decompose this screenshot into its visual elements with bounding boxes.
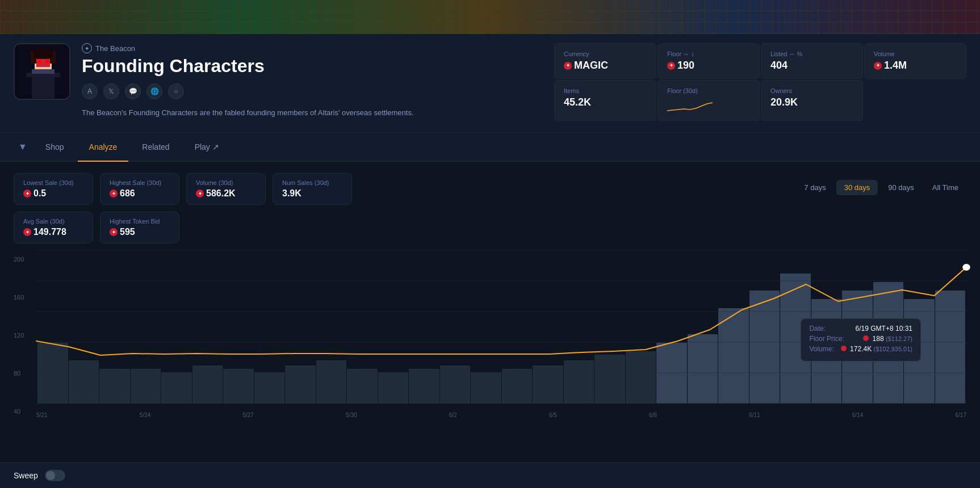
svg-rect-1 <box>32 70 55 98</box>
tooltip-date-row: Date: 6/19 GMT+8 10:31 <box>809 325 912 333</box>
magic-icon-tooltip-floor <box>863 335 869 341</box>
time-30d[interactable]: 30 days <box>836 180 878 195</box>
stat-currency-value: ✦ MAGIC <box>564 60 647 71</box>
time-90d[interactable]: 90 days <box>880 180 922 195</box>
x-label: 6/5 <box>549 412 557 418</box>
floor-30d-chart <box>667 96 750 113</box>
svg-rect-10 <box>32 69 55 74</box>
social-twitter[interactable]: 𝕏 <box>103 83 119 99</box>
tab-analyze[interactable]: Analyze <box>78 133 129 162</box>
time-7d[interactable]: 7 days <box>796 180 834 195</box>
collection-title: Founding Characters <box>82 56 543 77</box>
chart-x-axis: 5/215/245/275/306/26/56/86/116/146/17 <box>36 409 966 420</box>
stat-volume: Volume ✦ 1.4M <box>864 43 966 79</box>
magic-icon-avg: ✦ <box>23 228 31 236</box>
stat-currency: Currency ✦ MAGIC <box>554 43 656 79</box>
stat-volume-label: Volume <box>874 51 957 57</box>
stat-owners: Owners 20.9K <box>761 80 863 121</box>
filter-button[interactable]: ▼ <box>14 135 32 159</box>
svg-rect-4 <box>33 49 53 58</box>
main-content: Lowest Sale (30d) ✦ 0.5 Highest Sale (30… <box>0 162 980 432</box>
collection-brand: ✦ The Beacon <box>82 43 543 53</box>
stat-listed: Listed ↔ % 404 <box>761 43 863 79</box>
magic-icon-bid: ✦ <box>110 228 118 236</box>
tooltip-volume-value: 172.4K ($102,935.01) <box>841 345 912 353</box>
stat-avg-sale: Avg Sale (30d) ✦ 149.778 <box>14 212 93 243</box>
price-chart: 200 160 120 80 40 <box>14 250 966 420</box>
stat-listed-label: Listed ↔ % <box>770 51 853 57</box>
magic-icon: ✦ <box>564 62 572 70</box>
x-label: 6/11 <box>749 412 760 418</box>
chart-inner: Date: 6/19 GMT+8 10:31 Floor Price: 188 … <box>36 250 966 403</box>
tooltip-date-value: 6/19 GMT+8 10:31 <box>856 325 912 333</box>
collection-avatar <box>14 43 70 100</box>
x-label: 5/21 <box>36 412 47 418</box>
tab-play[interactable]: Play ↗ <box>183 133 231 162</box>
brand-icon: ✦ <box>82 43 92 53</box>
tooltip-floor-value: 188 ($112.27) <box>863 335 912 343</box>
x-label: 5/30 <box>346 412 357 418</box>
analyze-stats-row1: Lowest Sale (30d) ✦ 0.5 Highest Sale (30… <box>14 173 796 205</box>
num-sales-value: 3.9K <box>282 188 342 199</box>
highest-bid-value: ✦ 595 <box>110 227 170 237</box>
chart-y-axis: 200 160 120 80 40 <box>14 250 36 420</box>
magic-icon-vol30: ✦ <box>196 190 204 197</box>
collection-description: The Beacon's Founding Characters are the… <box>82 107 422 119</box>
social-arweave[interactable]: A <box>82 83 98 99</box>
x-label: 6/2 <box>449 412 457 418</box>
magic-icon-volume: ✦ <box>874 62 882 70</box>
svg-rect-6 <box>37 60 41 63</box>
volume-30d-value: ✦ 586.2K <box>196 188 256 199</box>
social-website[interactable]: 🌐 <box>146 83 162 99</box>
social-other[interactable]: ○ <box>168 83 184 99</box>
tooltip-floor-row: Floor Price: 188 ($112.27) <box>809 335 912 343</box>
avg-sale-value: ✦ 149.778 <box>23 227 83 237</box>
stat-lowest-sale: Lowest Sale (30d) ✦ 0.5 <box>14 173 93 205</box>
stat-floor: Floor ↔ ↕ ✦ 190 <box>657 43 760 79</box>
stat-currency-label: Currency <box>564 51 647 57</box>
stat-floor-value: ✦ 190 <box>667 60 750 71</box>
stat-items-label: Items <box>564 87 647 94</box>
x-label: 6/17 <box>956 412 966 418</box>
stat-floor-label: Floor ↔ ↕ <box>667 51 750 57</box>
stat-owners-label: Owners <box>770 87 853 94</box>
chart-tooltip: Date: 6/19 GMT+8 10:31 Floor Price: 188 … <box>801 318 921 361</box>
stat-volume-value: ✦ 1.4M <box>874 60 957 71</box>
stat-floor-30d: Floor (30d) <box>657 80 760 121</box>
stat-items: Items 45.2K <box>554 80 656 121</box>
magic-icon-lowest: ✦ <box>23 190 31 197</box>
collection-info: ✦ The Beacon Founding Characters A 𝕏 💬 🌐… <box>82 43 543 119</box>
analyze-stats-row2: Avg Sale (30d) ✦ 149.778 Highest Token B… <box>14 212 796 243</box>
tooltip-volume-row: Volume: 172.4K ($102,935.01) <box>809 345 912 353</box>
stat-volume-30d: Volume (30d) ✦ 586.2K <box>186 173 266 205</box>
stat-items-value: 45.2K <box>564 96 647 108</box>
collection-header: ✦ The Beacon Founding Characters A 𝕏 💬 🌐… <box>0 34 980 133</box>
banner-background <box>0 0 980 34</box>
social-links: A 𝕏 💬 🌐 ○ <box>82 83 543 99</box>
tooltip-date-label: Date: <box>809 325 826 333</box>
tab-shop[interactable]: Shop <box>34 133 76 162</box>
avatar-image <box>15 44 69 99</box>
stat-owners-value: 20.9K <box>770 96 853 108</box>
stat-highest-sale: Highest Sale (30d) ✦ 686 <box>100 173 179 205</box>
header-stats-grid: Currency ✦ MAGIC Floor ↔ ↕ ✦ 190 Listed … <box>554 43 966 121</box>
collection-banner <box>0 0 980 34</box>
tooltip-volume-label: Volume: <box>809 345 834 353</box>
x-label: 6/14 <box>852 412 863 418</box>
social-discord[interactable]: 💬 <box>125 83 141 99</box>
highest-sale-value: ✦ 686 <box>110 188 170 199</box>
magic-icon-highest: ✦ <box>110 190 118 197</box>
time-all[interactable]: All Time <box>924 180 966 195</box>
x-label: 5/27 <box>242 412 253 418</box>
tab-related[interactable]: Related <box>131 133 181 162</box>
lowest-sale-value: ✦ 0.5 <box>23 188 83 199</box>
time-range-controls: 7 days 30 days 90 days All Time <box>796 180 966 195</box>
nav-bar: ▼ Shop Analyze Related Play ↗ <box>0 133 980 162</box>
magic-icon-tooltip-vol <box>841 346 847 351</box>
stat-floor-30d-label: Floor (30d) <box>667 87 750 94</box>
stat-highest-bid: Highest Token Bid ✦ 595 <box>100 212 179 243</box>
brand-name: The Beacon <box>95 44 135 53</box>
svg-rect-7 <box>45 60 49 63</box>
x-label: 5/24 <box>140 412 150 418</box>
stat-num-sales: Num Sales (30d) 3.9K <box>273 173 352 205</box>
